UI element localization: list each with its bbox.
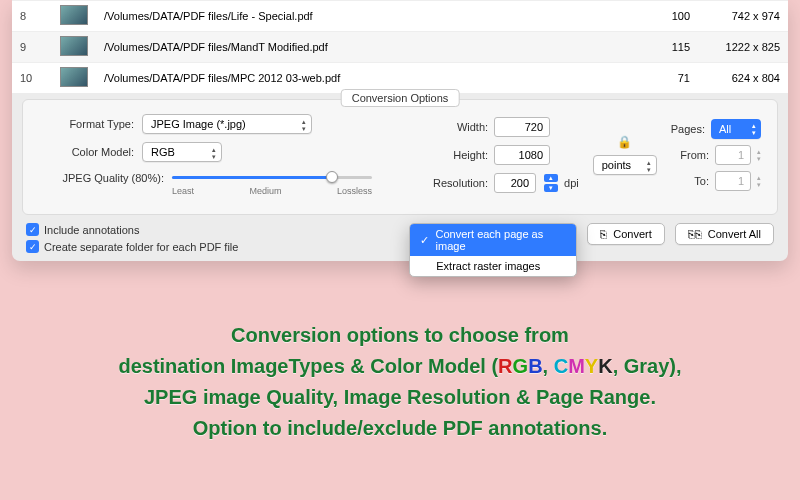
check-icon: ✓ xyxy=(420,234,429,247)
from-input xyxy=(715,145,751,165)
pages-value: All xyxy=(719,123,731,135)
slider-tick-labels: Least Medium Lossless xyxy=(172,186,372,196)
row-index: 8 xyxy=(12,1,52,32)
resolution-unit: dpi xyxy=(564,177,579,189)
pdf-thumb-icon xyxy=(60,67,88,87)
to-input xyxy=(715,171,751,191)
row-pagecount: 100 xyxy=(638,1,698,32)
format-type-value: JPEG Image (*.jpg) xyxy=(151,118,246,130)
color-model-select[interactable]: RGB ▴▾ xyxy=(142,142,222,162)
pdf-thumb-icon xyxy=(60,5,88,25)
row-thumbnail xyxy=(52,32,96,63)
menu-item-extract-raster[interactable]: Extract raster images xyxy=(410,256,576,276)
mode-dropdown-menu: ✓ Convert each page as image Extract ras… xyxy=(409,223,577,277)
row-thumbnail xyxy=(52,1,96,32)
chevron-updown-icon: ▴▾ xyxy=(752,122,756,136)
row-dimensions: 742 x 974 xyxy=(698,1,788,32)
promo-text: Conversion options to choose from destin… xyxy=(0,320,800,444)
row-pagecount: 115 xyxy=(638,32,698,63)
row-path: /Volumes/DATA/PDF files/MandT Modified.p… xyxy=(96,32,638,63)
separate-folder-checkbox[interactable]: ✓ Create separate folder for each PDF fi… xyxy=(26,240,238,253)
pages-label: Pages: xyxy=(671,123,705,135)
menu-item-convert-each[interactable]: ✓ Convert each page as image xyxy=(410,224,576,256)
row-index: 10 xyxy=(12,63,52,94)
chevron-updown-icon: ▴▾ xyxy=(302,118,306,132)
checkbox-label: Include annotations xyxy=(44,224,139,236)
height-input[interactable] xyxy=(494,145,550,165)
row-dimensions: 1222 x 825 xyxy=(698,32,788,63)
conversion-options-panel: Conversion Options Format Type: JPEG Ima… xyxy=(22,99,778,215)
include-annotations-checkbox[interactable]: ✓ Include annotations xyxy=(26,223,238,236)
color-model-label: Color Model: xyxy=(39,146,134,158)
stepper-icon: ▴▾ xyxy=(757,174,761,188)
table-row[interactable]: 8 /Volumes/DATA/PDF files/Life - Special… xyxy=(12,1,788,32)
export-all-icon: ⎘⎘ xyxy=(688,228,702,240)
from-label: From: xyxy=(680,149,709,161)
chevron-updown-icon: ▴▾ xyxy=(212,146,216,160)
width-input[interactable] xyxy=(494,117,550,137)
convert-button[interactable]: ⎘ Convert xyxy=(587,223,665,245)
jpeg-quality-slider[interactable] xyxy=(172,170,372,184)
resolution-input[interactable] xyxy=(494,173,536,193)
stepper-icon: ▴▾ xyxy=(757,148,761,162)
width-label: Width: xyxy=(428,121,488,133)
resolution-label: Resolution: xyxy=(428,177,488,189)
color-model-value: RGB xyxy=(151,146,175,158)
chevron-updown-icon: ▴▾ xyxy=(647,159,651,173)
row-path: /Volumes/DATA/PDF files/Life - Special.p… xyxy=(96,1,638,32)
format-type-label: Format Type: xyxy=(39,118,134,130)
lock-aspect-icon[interactable]: 🔒 xyxy=(617,135,632,149)
row-dimensions: 624 x 804 xyxy=(698,63,788,94)
pdf-thumb-icon xyxy=(60,36,88,56)
pages-select[interactable]: All ▴▾ xyxy=(711,119,761,139)
units-value: points xyxy=(602,159,631,171)
checkbox-checked-icon: ✓ xyxy=(26,240,39,253)
row-pagecount: 71 xyxy=(638,63,698,94)
row-thumbnail xyxy=(52,63,96,94)
table-row[interactable]: 9 /Volumes/DATA/PDF files/MandT Modified… xyxy=(12,32,788,63)
export-icon: ⎘ xyxy=(600,228,607,240)
checkbox-checked-icon: ✓ xyxy=(26,223,39,236)
format-type-select[interactable]: JPEG Image (*.jpg) ▴▾ xyxy=(142,114,312,134)
convert-all-button[interactable]: ⎘⎘ Convert All xyxy=(675,223,774,245)
jpeg-quality-label: JPEG Quality (80%): xyxy=(39,170,164,184)
resolution-stepper[interactable]: ▴▾ xyxy=(544,173,558,193)
panel-title: Conversion Options xyxy=(341,89,460,107)
checkbox-label: Create separate folder for each PDF file xyxy=(44,241,238,253)
file-table: 8 /Volumes/DATA/PDF files/Life - Special… xyxy=(12,0,788,93)
row-index: 9 xyxy=(12,32,52,63)
to-label: To: xyxy=(694,175,709,187)
units-select[interactable]: points ▴▾ xyxy=(593,155,657,175)
app-window: 8 /Volumes/DATA/PDF files/Life - Special… xyxy=(12,0,788,261)
height-label: Height: xyxy=(428,149,488,161)
